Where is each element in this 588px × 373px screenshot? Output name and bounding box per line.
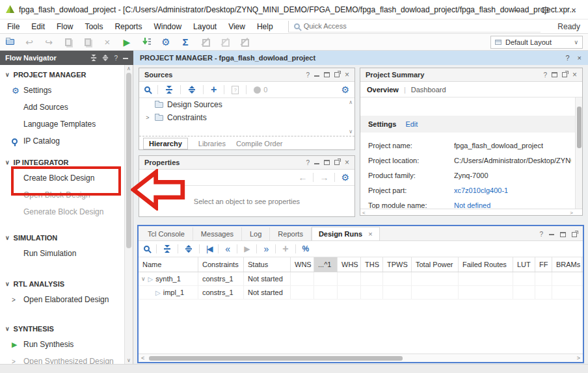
nav-item-language-templates[interactable]: Language Templates (0, 116, 133, 133)
col-tpws[interactable]: TPWS (383, 257, 412, 272)
menu-reports[interactable]: Reports (109, 22, 148, 31)
open-folder-icon[interactable] (4, 39, 16, 45)
search-icon[interactable] (144, 85, 150, 94)
chevron-down-icon[interactable]: ∨ (141, 276, 146, 282)
float-panel-icon[interactable] (572, 232, 577, 237)
nav-item-run-simulation[interactable]: Run Simulation (0, 245, 133, 262)
project-summary-hscrollbar[interactable]: < > (360, 209, 582, 216)
menu-view[interactable]: View (222, 22, 251, 31)
expand-all-icon[interactable] (185, 245, 193, 253)
col-constraints[interactable]: Constraints (198, 257, 244, 272)
add-sources-icon[interactable]: + (211, 84, 217, 96)
window-maximize-icon[interactable] (531, 0, 559, 19)
minimize-panel-icon[interactable] (314, 75, 319, 77)
close-icon[interactable]: × (345, 70, 349, 79)
maximize-panel-icon[interactable] (552, 72, 557, 77)
tab-libraries[interactable]: Libraries (198, 140, 226, 148)
minimize-panel-icon[interactable] (123, 58, 128, 59)
menu-tools[interactable]: Tools (79, 22, 109, 31)
menu-file[interactable]: File (1, 22, 25, 31)
maximize-panel-icon[interactable] (324, 72, 330, 77)
redo-icon[interactable]: ↪ (43, 37, 55, 47)
design-runs-hscrollbar[interactable]: < > (139, 354, 583, 362)
flow-section-header[interactable]: ∨ RTL ANALYSIS (0, 277, 133, 291)
maximize-panel-icon[interactable] (324, 160, 330, 165)
maximize-panel-icon[interactable] (560, 232, 566, 237)
scroll-down-icon[interactable]: ∨ (125, 357, 133, 363)
help-icon[interactable]: ? (539, 231, 543, 238)
flow-section-header[interactable]: ∨ PROJECT MANAGER (0, 68, 133, 82)
forward-arrow-icon[interactable]: → (319, 172, 328, 183)
tree-arrow-icon[interactable]: ▷ (148, 276, 154, 283)
menu-edit[interactable]: Edit (25, 22, 51, 31)
col-ths[interactable]: THS (361, 257, 383, 272)
back-arrow-icon[interactable]: ← (298, 172, 307, 183)
scroll-down-icon[interactable]: ∨ (349, 129, 353, 135)
step-icon[interactable] (140, 38, 152, 46)
menu-flow[interactable]: Flow (51, 22, 79, 31)
col-status[interactable]: Status (244, 257, 291, 272)
table-row-synth-1[interactable]: ∨ ▷ synth_1 constrs_1 Not started (139, 272, 583, 286)
scroll-left-icon[interactable]: < (141, 355, 144, 361)
expand-all-icon[interactable] (188, 86, 196, 94)
chevron-right-icon[interactable]: > (144, 114, 151, 121)
undo-icon[interactable]: ↩ (23, 37, 35, 47)
settings-gear-icon[interactable]: ⚙ (160, 36, 172, 48)
menu-layout[interactable]: Layout (187, 22, 222, 31)
tree-arrow-icon[interactable]: ▷ (155, 289, 161, 296)
float-panel-icon[interactable] (562, 72, 567, 77)
help-icon[interactable]: ? (306, 159, 310, 166)
minimize-panel-icon[interactable] (549, 234, 554, 235)
tab-compile-order[interactable]: Compile Order (236, 140, 283, 148)
tab-reports[interactable]: Reports (270, 227, 312, 240)
col-whs[interactable]: WHS (338, 257, 361, 272)
scrollbar-thumb[interactable] (577, 107, 581, 148)
scroll-up-icon[interactable]: ∧ (125, 66, 133, 71)
close-icon[interactable]: × (578, 54, 581, 62)
delete-icon[interactable]: × (101, 36, 113, 47)
minimize-panel-icon[interactable] (314, 163, 319, 164)
project-summary-header[interactable]: Project Summary ? × (360, 68, 582, 82)
col-ff[interactable]: FF (535, 257, 552, 272)
search-icon[interactable] (144, 244, 150, 253)
help-icon[interactable]: ? (543, 71, 547, 79)
nav-item-settings[interactable]: ⚙ Settings (0, 82, 133, 99)
close-tab-icon[interactable]: × (368, 230, 372, 238)
tab-tcl-console[interactable]: Tcl Console (140, 227, 193, 240)
col-lut[interactable]: LUT (513, 257, 535, 272)
flow-navigator-scrollbar[interactable]: ∧ ∨ (124, 65, 133, 364)
scroll-left-icon[interactable]: < (362, 210, 366, 216)
gear-icon[interactable]: ⚙ (341, 172, 349, 183)
nav-item-run-synthesis[interactable]: ▶ Run Synthesis (0, 336, 133, 353)
nav-item-open-synthesized-design[interactable]: > Open Synthesized Design (0, 353, 133, 364)
col-brams[interactable]: BRAMs (552, 257, 582, 272)
collapse-all-icon[interactable] (163, 245, 171, 253)
help-icon[interactable]: ? (306, 71, 310, 79)
col-name[interactable]: Name (139, 257, 198, 272)
go-to-start-icon[interactable]: |◀ (206, 244, 211, 253)
tab-hierarchy[interactable]: Hierarchy (143, 138, 188, 149)
float-panel-icon[interactable] (334, 160, 340, 165)
close-icon[interactable]: × (345, 158, 349, 167)
tab-dashboard[interactable]: Dashboard (411, 86, 446, 94)
expand-all-icon[interactable] (102, 55, 109, 61)
step-back-icon[interactable]: « (225, 244, 230, 254)
nav-item-ip-catalog[interactable]: IP Catalog (0, 133, 133, 149)
table-row-impl-1[interactable]: ▷ impl_1 constrs_1 Not started (139, 286, 583, 300)
flow-section-header[interactable]: ∨ SIMULATION (0, 231, 133, 245)
sigma-report-icon[interactable]: Σ (180, 36, 191, 47)
project-summary-scrollbar[interactable] (575, 97, 582, 209)
tab-overview[interactable]: Overview (367, 86, 399, 94)
tab-log[interactable]: Log (242, 227, 270, 240)
layout-selector[interactable]: Default Layout ∨ (490, 36, 583, 49)
scrollbar-thumb[interactable] (126, 73, 131, 248)
collapse-all-icon[interactable] (165, 86, 173, 94)
edit-link[interactable]: Edit (405, 120, 418, 128)
tree-item-constraints[interactable]: > Constraints (139, 111, 354, 124)
field-value-link[interactable]: xc7z010clg400-1 (454, 186, 508, 194)
nav-item-open-elaborated-design[interactable]: > Open Elaborated Design (0, 291, 133, 308)
paste-icon[interactable] (82, 38, 94, 46)
field-value-link[interactable]: Not defined (454, 201, 490, 209)
help-icon[interactable]: ? (114, 55, 118, 62)
nav-item-generate-block-design[interactable]: Generate Block Design (0, 203, 133, 220)
